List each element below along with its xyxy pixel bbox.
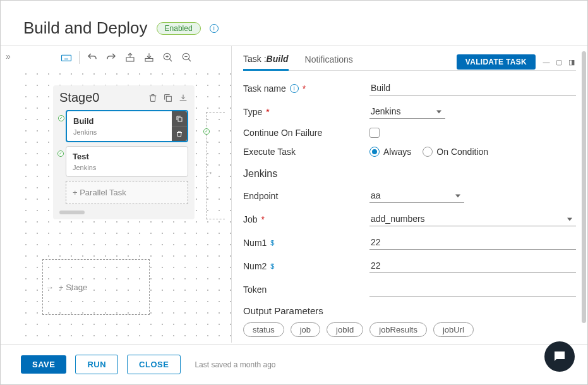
radio-always[interactable]: Always bbox=[369, 147, 411, 157]
save-button[interactable]: SAVE bbox=[21, 355, 66, 374]
download-icon[interactable] bbox=[178, 93, 188, 103]
label-num2: Num2 bbox=[243, 261, 267, 271]
check-icon: ✓ bbox=[58, 115, 64, 121]
task-title: Build bbox=[73, 116, 181, 126]
run-button[interactable]: RUN bbox=[75, 355, 118, 374]
trash-icon[interactable] bbox=[172, 126, 187, 141]
maximize-icon[interactable]: ◨ bbox=[567, 58, 576, 66]
output-chips: status job jobId jobResults jobUrl bbox=[243, 322, 576, 337]
redo-icon[interactable] bbox=[105, 52, 117, 63]
minimize-icon[interactable]: — bbox=[542, 58, 551, 66]
canvas-toolbar bbox=[57, 49, 196, 66]
label-exec: Execute Task bbox=[243, 147, 296, 157]
section-jenkins: Jenkins bbox=[243, 168, 576, 180]
arrow-icon: → bbox=[45, 283, 54, 292]
add-parallel-task[interactable]: + Parallel Task bbox=[66, 181, 188, 204]
info-icon[interactable]: i bbox=[290, 84, 299, 93]
task-subtitle: Jenkins bbox=[73, 128, 181, 136]
check-icon: ✓ bbox=[57, 150, 64, 157]
label-task-name: Task name bbox=[243, 83, 286, 94]
info-icon[interactable]: i bbox=[210, 24, 219, 33]
radio-on-condition[interactable]: On Condition bbox=[423, 147, 488, 157]
label-job: Job bbox=[243, 214, 258, 224]
stage-card[interactable]: Stage0 ✓ Build Jenkins bbox=[53, 85, 195, 219]
import-icon[interactable] bbox=[143, 52, 155, 63]
svg-rect-15 bbox=[166, 96, 171, 101]
collapse-icon[interactable]: » bbox=[6, 51, 11, 61]
label-type: Type bbox=[243, 107, 262, 117]
label-num1: Num1 bbox=[243, 238, 267, 248]
copy-icon[interactable] bbox=[172, 111, 187, 126]
pipeline-canvas[interactable]: Stage0 ✓ Build Jenkins bbox=[18, 66, 231, 343]
last-saved-status: Last saved a month ago bbox=[195, 360, 275, 369]
task-name-input[interactable] bbox=[369, 81, 576, 95]
type-select[interactable] bbox=[369, 104, 445, 119]
svg-rect-16 bbox=[178, 118, 182, 121]
add-stage-placeholder[interactable]: → + Stage bbox=[42, 259, 150, 315]
task-card-build[interactable]: ✓ Build Jenkins bbox=[66, 110, 188, 142]
restore-icon[interactable]: ▢ bbox=[555, 58, 563, 66]
status-badge: Enabled bbox=[157, 22, 201, 35]
chip-joburl[interactable]: jobUrl bbox=[433, 322, 474, 337]
tab-task[interactable]: Task :Build bbox=[243, 54, 289, 71]
num1-input[interactable] bbox=[369, 235, 576, 250]
svg-rect-0 bbox=[62, 55, 71, 61]
scrollbar[interactable] bbox=[582, 51, 586, 323]
trash-icon[interactable] bbox=[148, 93, 158, 103]
phantom-stage bbox=[206, 112, 225, 219]
svg-rect-6 bbox=[126, 58, 134, 61]
label-cof: Continue On Failure bbox=[243, 128, 322, 138]
page-title: Build and Deploy bbox=[23, 18, 148, 38]
chat-fab[interactable] bbox=[544, 341, 575, 372]
scrollbar[interactable] bbox=[59, 211, 85, 214]
endpoint-select[interactable] bbox=[369, 188, 464, 203]
zoom-out-icon[interactable] bbox=[181, 52, 193, 63]
task-panel: Task :Build Notifications VALIDATE TASK … bbox=[231, 46, 587, 343]
canvas-pane: » Stage0 bbox=[1, 46, 231, 343]
chip-job[interactable]: job bbox=[291, 322, 320, 337]
tab-notifications[interactable]: Notifications bbox=[305, 54, 353, 70]
validate-task-button[interactable]: VALIDATE TASK bbox=[457, 54, 536, 70]
chip-status[interactable]: status bbox=[243, 322, 284, 337]
task-subtitle: Jenkins bbox=[73, 164, 181, 171]
page-header: Build and Deploy Enabled i bbox=[1, 1, 587, 46]
keyboard-icon[interactable] bbox=[60, 52, 73, 63]
check-icon: ✓ bbox=[203, 128, 210, 135]
job-select[interactable] bbox=[369, 212, 576, 226]
svg-rect-7 bbox=[145, 59, 153, 62]
export-icon[interactable] bbox=[124, 52, 136, 63]
continue-on-failure-checkbox[interactable] bbox=[369, 128, 380, 138]
stage-name[interactable]: Stage0 bbox=[59, 90, 148, 105]
task-title: Test bbox=[73, 152, 181, 161]
chip-jobresults[interactable]: jobResults bbox=[369, 322, 427, 337]
svg-line-9 bbox=[169, 59, 172, 61]
footer: SAVE RUN CLOSE Last saved a month ago bbox=[1, 344, 587, 384]
output-parameters-heading: Output Parameters bbox=[243, 305, 576, 316]
label-endpoint: Endpoint bbox=[243, 191, 278, 201]
chip-jobid[interactable]: jobId bbox=[327, 322, 363, 337]
undo-icon[interactable] bbox=[86, 52, 99, 63]
copy-icon[interactable] bbox=[163, 93, 173, 103]
task-card-test[interactable]: ✓ Test Jenkins bbox=[66, 146, 188, 177]
svg-line-13 bbox=[188, 59, 191, 61]
zoom-in-icon[interactable] bbox=[162, 52, 174, 63]
token-input[interactable] bbox=[369, 282, 576, 296]
num2-input[interactable] bbox=[369, 259, 576, 273]
add-stage-label: + Stage bbox=[59, 283, 87, 292]
label-token: Token bbox=[243, 284, 267, 295]
arrow-icon: → bbox=[205, 168, 213, 178]
close-button[interactable]: CLOSE bbox=[127, 355, 181, 374]
